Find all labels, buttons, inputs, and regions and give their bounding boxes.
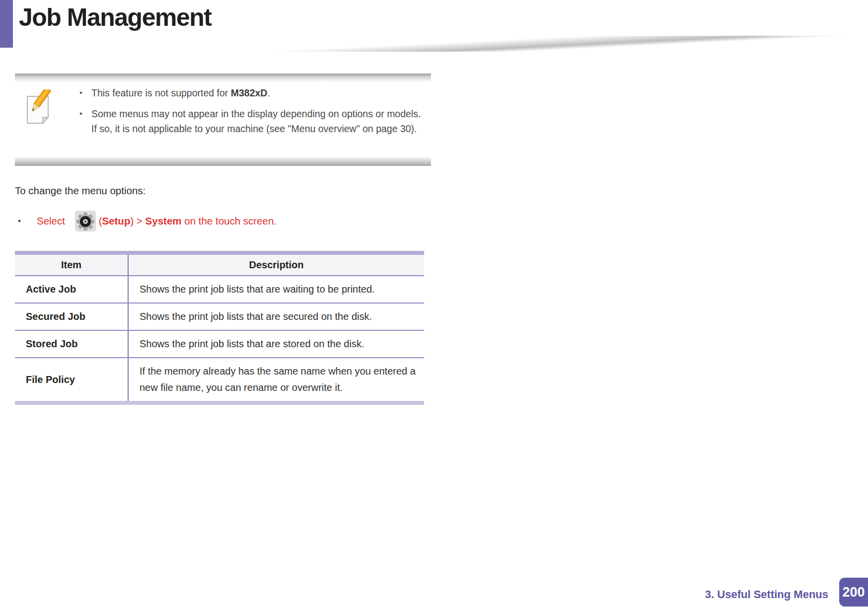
corner-accent-bar [0, 0, 13, 48]
select-step: • Select [18, 211, 848, 231]
table-cell-item: File Policy [15, 358, 128, 403]
table-row: File Policy If the memory already has th… [15, 358, 424, 403]
note-pencil-icon [25, 89, 56, 127]
table-cell-description: If the memory already has the same name … [128, 358, 424, 403]
select-step-setup-label: Setup [102, 215, 130, 227]
select-step-mid: ) > [130, 215, 145, 227]
note-bullet-1-period: . [267, 87, 270, 98]
select-step-system-label: System [145, 215, 182, 227]
note-bullet-1-model: M382xD [231, 87, 268, 98]
select-step-tail: on the touch screen. [182, 215, 277, 227]
menu-options-table: Item Description Active Job Shows the pr… [15, 251, 424, 405]
table-cell-item: Secured Job [15, 303, 128, 330]
note-top-rule [15, 74, 431, 82]
table-row: Active Job Shows the print job lists tha… [15, 276, 424, 303]
table-row: Stored Job Shows the print job lists tha… [15, 330, 424, 358]
select-step-part1: Select [37, 215, 68, 227]
table-row: Secured Job Shows the print job lists th… [15, 303, 424, 330]
table-cell-description: Shows the print job lists that are waiti… [128, 276, 424, 303]
note-bullet-2-text: Some menus may not appear in the display… [91, 108, 421, 134]
note-box: •This feature is not supported for M382x… [15, 74, 431, 166]
note-bullet-1-text: This feature is not supported for [91, 87, 231, 98]
note-bullet-list: •This feature is not supported for M382x… [79, 85, 426, 142]
manual-page: Job Management •Thi [0, 0, 868, 609]
footer-chapter-title: 3. Useful Setting Menus [705, 588, 828, 601]
note-bullet-2: •Some menus may not appear in the displa… [79, 106, 426, 136]
note-bullet-1: •This feature is not supported for M382x… [79, 85, 426, 100]
table-header-item: Item [15, 253, 128, 276]
table-cell-description: Shows the print job lists that are store… [128, 330, 424, 358]
table-cell-description: Shows the print job lists that are secur… [128, 303, 424, 330]
table-cell-item: Active Job [15, 276, 128, 303]
bullet-dot-icon: • [18, 216, 21, 226]
table-header-description: Description [128, 253, 424, 276]
note-bottom-rule [15, 156, 431, 166]
select-step-open-paren: ( [99, 215, 102, 227]
page-number: 200 [842, 585, 865, 600]
setup-gear-icon [75, 211, 96, 231]
page-number-badge: 200 [839, 578, 868, 607]
intro-text: To change the menu options: [15, 185, 145, 197]
table-cell-item: Stored Job [15, 330, 128, 358]
bullet-dot-icon: • [79, 85, 82, 100]
bullet-dot-icon: • [79, 106, 82, 121]
title-divider-rule [27, 36, 868, 52]
page-title: Job Management [19, 3, 211, 32]
table-header-row: Item Description [15, 253, 424, 276]
